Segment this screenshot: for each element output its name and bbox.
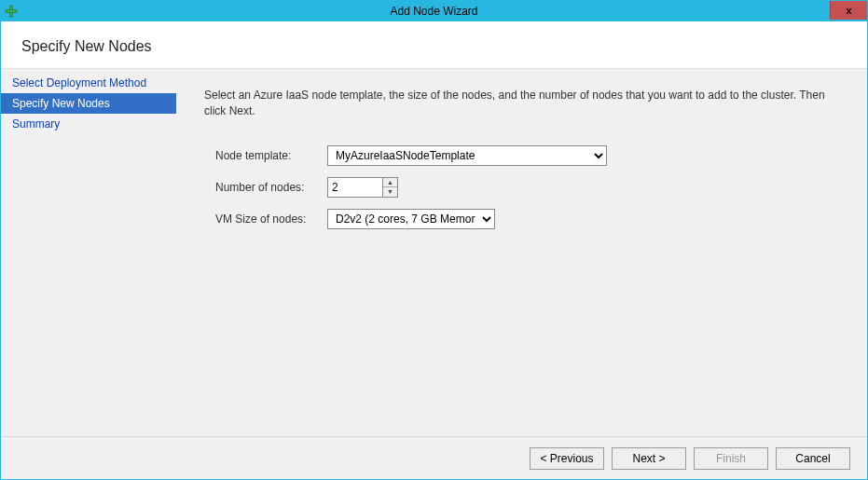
select-vm-size[interactable]: D2v2 (2 cores, 7 GB Memory) bbox=[327, 209, 495, 229]
nav-item-label: Select Deployment Method bbox=[12, 76, 146, 89]
spinner-number-of-nodes[interactable]: ▲ ▼ bbox=[327, 177, 398, 198]
row-node-template: Node template: MyAzureIaaSNodeTemplate bbox=[215, 145, 839, 166]
body: Select Deployment Method Specify New Nod… bbox=[1, 69, 867, 436]
input-number-of-nodes[interactable] bbox=[328, 178, 382, 197]
spinner-buttons: ▲ ▼ bbox=[382, 178, 397, 197]
wizard-footer: < Previous Next > Finish Cancel bbox=[1, 436, 867, 479]
finish-button[interactable]: Finish bbox=[694, 447, 768, 470]
window-title: Add Node Wizard bbox=[1, 5, 867, 18]
next-button[interactable]: Next > bbox=[612, 447, 686, 470]
spinner-up-button[interactable]: ▲ bbox=[383, 178, 397, 188]
label-number-of-nodes: Number of nodes: bbox=[215, 181, 327, 194]
previous-button[interactable]: < Previous bbox=[530, 447, 604, 470]
main-panel: Select an Azure IaaS node template, the … bbox=[176, 69, 867, 436]
close-button[interactable]: x bbox=[830, 1, 867, 20]
page-title: Specify New Nodes bbox=[21, 38, 847, 55]
nav-item-specify-new-nodes[interactable]: Specify New Nodes bbox=[1, 93, 176, 114]
nav-item-label: Specify New Nodes bbox=[12, 97, 110, 110]
close-icon: x bbox=[846, 5, 851, 16]
label-vm-size: VM Size of nodes: bbox=[215, 213, 327, 226]
wizard-window: Add Node Wizard x Specify New Nodes Sele… bbox=[0, 0, 868, 480]
spinner-down-button[interactable]: ▼ bbox=[383, 187, 397, 197]
select-node-template[interactable]: MyAzureIaaSNodeTemplate bbox=[327, 145, 607, 166]
row-number-of-nodes: Number of nodes: ▲ ▼ bbox=[215, 177, 839, 198]
cancel-button[interactable]: Cancel bbox=[776, 447, 850, 470]
page-header: Specify New Nodes bbox=[1, 21, 867, 69]
row-vm-size: VM Size of nodes: D2v2 (2 cores, 7 GB Me… bbox=[215, 209, 839, 229]
wizard-nav: Select Deployment Method Specify New Nod… bbox=[1, 69, 176, 436]
title-bar: Add Node Wizard x bbox=[1, 1, 867, 21]
nav-item-summary[interactable]: Summary bbox=[1, 114, 176, 134]
nav-item-label: Summary bbox=[12, 117, 60, 130]
nav-item-select-deployment-method[interactable]: Select Deployment Method bbox=[1, 73, 176, 93]
label-node-template: Node template: bbox=[215, 149, 327, 162]
instruction-text: Select an Azure IaaS node template, the … bbox=[204, 88, 839, 119]
